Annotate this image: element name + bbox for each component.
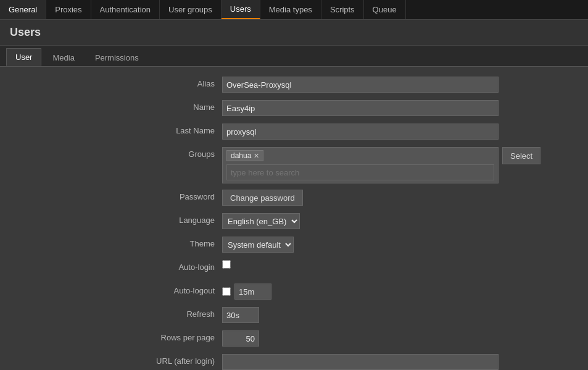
change-password-button[interactable]: Change password [222,190,303,206]
lastname-label: Last Name [0,124,222,135]
autologout-label: Auto-logout [0,284,222,295]
password-control: Change password [222,190,588,206]
autologin-checkbox[interactable] [222,260,231,269]
theme-control: System default [222,237,588,253]
name-control [222,100,588,116]
groups-box[interactable]: dahua ✕ [222,147,499,183]
language-label: Language [0,213,222,225]
nav-general[interactable]: General [0,0,46,19]
theme-row: Theme System default [0,237,588,254]
autologin-control [222,260,588,269]
url-control [222,354,588,370]
lastname-input[interactable] [222,124,499,140]
refresh-row: Refresh [0,307,588,324]
theme-label: Theme [0,237,222,248]
lastname-control [222,124,588,140]
password-label: Password [0,190,222,201]
autologout-row: Auto-logout [0,284,588,301]
name-input[interactable] [222,100,499,116]
nav-proxies[interactable]: Proxies [46,0,91,19]
url-row: URL (after login) [0,354,588,370]
refresh-control [222,307,588,323]
nav-user-groups[interactable]: User groups [160,0,222,19]
user-form: Alias Name Last Name Groups dahua ✕ [0,67,588,370]
autologout-inputs [222,284,271,300]
alias-label: Alias [0,77,222,88]
groups-label: Groups [0,147,222,159]
groups-tag-label: dahua [231,151,251,160]
refresh-input[interactable] [222,307,259,323]
url-input[interactable] [222,354,499,370]
select-button[interactable]: Select [502,147,540,164]
name-row: Name [0,100,588,117]
language-select[interactable]: English (en_GB) [222,213,300,229]
rows-per-page-row: Rows per page [0,330,588,348]
autologin-label: Auto-login [0,260,222,272]
groups-row: Groups dahua ✕ Select [0,147,588,183]
rows-per-page-label: Rows per page [0,330,222,342]
groups-tag-dahua: dahua ✕ [226,150,263,161]
top-navigation: General Proxies Authentication User grou… [0,0,588,20]
url-label: URL (after login) [0,354,222,366]
autologin-row: Auto-login [0,260,588,277]
refresh-label: Refresh [0,307,222,319]
autologout-value-input[interactable] [234,284,271,300]
language-row: Language English (en_GB) [0,213,588,230]
nav-queue[interactable]: Queue [364,0,406,19]
nav-media-types[interactable]: Media types [260,0,321,19]
rows-per-page-control [222,330,588,347]
groups-search-input[interactable] [226,164,494,180]
alias-control [222,77,588,93]
alias-input[interactable] [222,77,499,93]
autologout-checkbox[interactable] [222,287,231,296]
nav-users[interactable]: Users [222,0,260,19]
name-label: Name [0,100,222,112]
sub-tabs: User Media Permissions [0,46,588,67]
rows-per-page-input[interactable] [222,330,259,347]
language-control: English (en_GB) [222,213,588,229]
lastname-row: Last Name [0,124,588,141]
tab-permissions[interactable]: Permissions [86,49,148,66]
theme-select[interactable]: System default [222,237,294,253]
autologout-control [222,284,588,300]
nav-authentication[interactable]: Authentication [91,0,160,19]
tab-media[interactable]: Media [43,49,83,66]
alias-row: Alias [0,77,588,94]
password-row: Password Change password [0,190,588,207]
groups-tag-close-icon[interactable]: ✕ [254,152,259,160]
groups-control: dahua ✕ Select [222,147,588,183]
nav-scripts[interactable]: Scripts [321,0,364,19]
page-title: Users [0,20,588,46]
tab-user[interactable]: User [6,48,41,66]
